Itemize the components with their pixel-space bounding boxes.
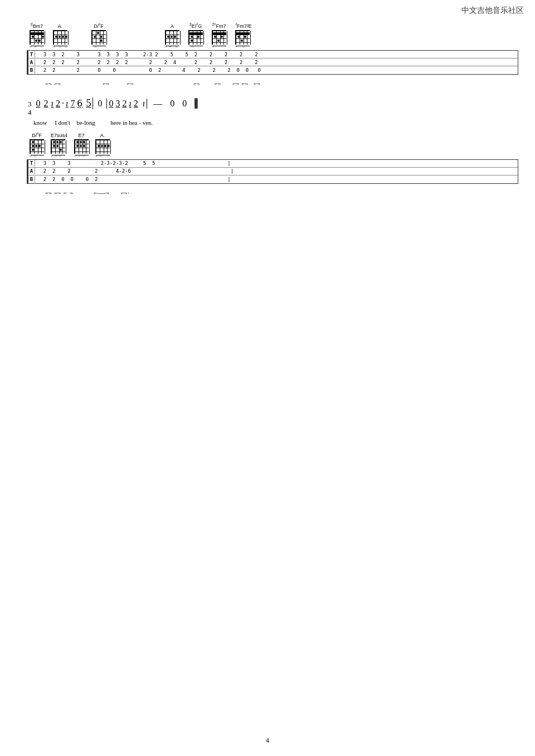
- rhythm-brackets-2: ⌐¬ ⌐¬ ⌐ ¬ ⌐———¬ ⌐¬·: [33, 185, 518, 202]
- chord-sharp-fm7: 2♯Fm7 ×: [212, 22, 226, 49]
- rhythm-brackets-1: ⌐¬ ⌐¬ ⌐¬ ⌐¬ ⌐¬ ⌐¬ ⌐¬ ⌐¬ ⌐¬: [33, 76, 518, 92]
- chord-e7: E7 ○○○: [74, 133, 89, 158]
- chord-d-sharp-f: D/♯F ○: [91, 22, 106, 49]
- tab-staff-1: T 3 3 2 3 3 3 3 3 2-3 2 5 5 2 2 2 2 2 A …: [27, 50, 518, 75]
- page-number: 4: [266, 737, 269, 745]
- lyric-know: know I don't be-long here in hea - ven.: [33, 119, 153, 126]
- chord-e7sus4: E7sus4 ○: [51, 133, 67, 158]
- chord-diagrams-row1: 2Bm7: [28, 22, 518, 49]
- tab-staff-2: T 3 3 3 2-3-2-3-2 5 5 | A 2 2 2 2 4-2-6 …: [27, 159, 518, 184]
- chord-a: A. ×○○: [53, 23, 67, 49]
- notation-line: 3 4 0 2 ı 2· ı 7 6̣ 5 0 0 3 2 ı 2 ı — 0 …: [28, 97, 518, 117]
- chord-sharp-fm7-e: ♯Fm7/E ×○: [235, 22, 252, 49]
- chord-diagrams-row2: D/♯F ○○: [28, 131, 518, 158]
- chord-a-2: A. ×○○: [95, 133, 110, 158]
- chord-bm7: 2Bm7: [30, 22, 44, 49]
- chord-e-sharp-g: 3E/♯G ○: [188, 22, 203, 49]
- chord-d-sharp-f-2: D/♯F ○○: [30, 131, 44, 158]
- chord-a2: A ××○: [165, 23, 179, 49]
- site-name: 中文吉他音乐社区: [461, 6, 524, 16]
- lyrics-line: know I don't be-long here in hea - ven.: [33, 119, 518, 126]
